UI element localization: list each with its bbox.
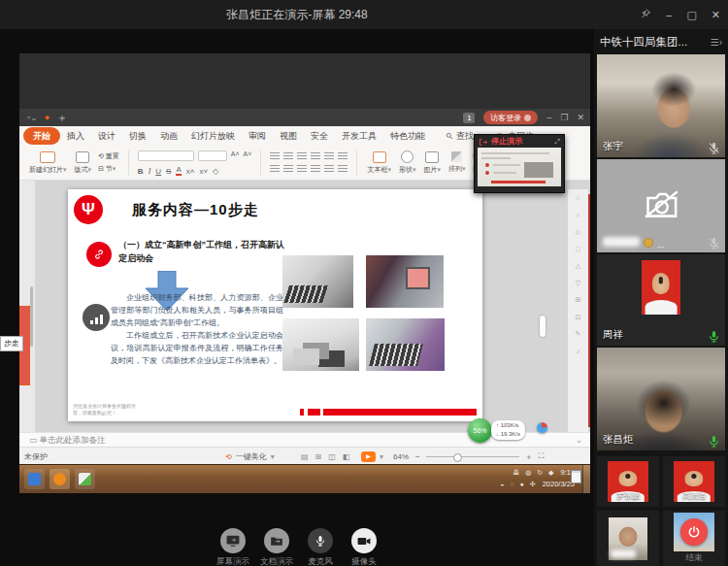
participant-tile[interactable]: 张宇 — [597, 54, 725, 157]
slideshow-play-button[interactable]: ▶ — [361, 451, 376, 462]
bold-button[interactable]: B — [138, 167, 144, 176]
notes-collapse-chevron[interactable]: ⌄ — [576, 433, 582, 448]
new-tab-button[interactable]: ＋ — [56, 111, 67, 125]
notepad-tray-icon[interactable] — [571, 470, 581, 483]
participants-sidebar: 中铁十四局集团... ☰› 张宇 ... — [594, 29, 728, 566]
grow-font-button[interactable]: A˄ — [231, 150, 240, 161]
view-notes-icon[interactable]: ◧ — [343, 452, 350, 461]
view-normal-icon[interactable]: ▤ — [301, 452, 309, 461]
slide-canvas[interactable]: Ψ 服务内容—10步走 （一）成立“高新申创”工作组，召开高新认定启动会 企业组… — [68, 189, 482, 421]
underline-button[interactable]: U — [155, 167, 161, 176]
pin-icon[interactable] — [640, 8, 651, 21]
microphone-button[interactable] — [308, 528, 333, 553]
doc-share-button[interactable] — [264, 528, 289, 553]
camera-button[interactable] — [351, 528, 377, 553]
tab-animation[interactable]: 动画 — [153, 128, 184, 145]
control-label: 屏幕演示 — [209, 556, 257, 566]
system-tray[interactable]: 🖶 ◍ ↻ ◆9:15 ◒ ◌ ● ✣2020/3/25 — [500, 467, 575, 490]
net-monitor-ball[interactable]: 56% — [468, 418, 492, 443]
control-label: 摄像头 — [340, 556, 388, 566]
wps-minimize-button[interactable]: – — [546, 113, 551, 122]
hangup-power-button[interactable] — [680, 518, 708, 546]
net-monitor-logo[interactable] — [537, 422, 547, 433]
wps-right-toolbar[interactable]: ☆○◇□△▽⊞⊡✎♪ — [568, 189, 588, 432]
guest-login-button[interactable]: 访客登录 — [483, 111, 538, 124]
notification-badge[interactable]: 1 — [463, 113, 475, 123]
participant-tile-camera-off[interactable]: ... — [597, 159, 725, 252]
beautify-button[interactable]: 一键美化 — [236, 451, 267, 462]
wps-restore-button[interactable]: ❐ — [560, 113, 568, 122]
taskbar-app-window-icon[interactable] — [24, 469, 45, 489]
share-preview-window[interactable]: 停止演示 ⤢ — [474, 134, 565, 193]
participant-thumb[interactable]: 罗张鹏 — [597, 456, 659, 507]
tab-review[interactable]: 审阅 — [242, 128, 273, 145]
strike-button[interactable]: S — [166, 167, 171, 176]
zoom-slider[interactable] — [426, 456, 519, 457]
camera-off-icon — [641, 188, 681, 223]
stop-share-button[interactable]: 停止演示 — [491, 136, 522, 147]
minimize-button[interactable]: – — [666, 9, 672, 20]
superscript-button[interactable]: x˄ — [186, 167, 195, 176]
taskbar-app-cloud-icon[interactable] — [50, 469, 70, 489]
find-button[interactable]: 查找 — [446, 130, 474, 143]
tab-design[interactable]: 设计 — [91, 128, 122, 145]
zoom-out-button[interactable]: − — [415, 452, 420, 461]
screen-share-button[interactable] — [220, 528, 246, 553]
participant-name: 周祥 — [603, 328, 623, 342]
maximize-button[interactable]: ▢ — [686, 9, 696, 21]
thumbnail-scrollbar[interactable] — [30, 286, 33, 347]
bar-chart-icon — [83, 304, 110, 331]
font-color-button[interactable]: A — [176, 165, 181, 176]
reset-button[interactable]: ⟲ 重置 — [98, 151, 119, 161]
shrink-font-button[interactable]: A˅ — [244, 150, 252, 161]
participant-tile-presenter[interactable]: 张昌炬 — [597, 348, 725, 450]
arrange-button[interactable]: 排列▾ — [448, 151, 466, 174]
taskbar-app-green-icon[interactable] — [75, 469, 95, 489]
company-logo: Ψ — [74, 195, 103, 224]
font-size-select[interactable] — [198, 150, 227, 161]
end-meeting-label: 结束 — [686, 552, 703, 564]
layout-button[interactable]: 版式▾ — [75, 151, 92, 175]
zoom-in-button[interactable]: ＋ — [525, 451, 533, 462]
tab-home[interactable]: 开始 — [23, 127, 60, 145]
wps-tab-icon[interactable]: ▫⌄ — [27, 113, 38, 122]
view-read-icon[interactable]: ◫ — [328, 452, 336, 461]
windows-taskbar: 🖶 ◍ ↻ ◆9:15 ◒ ◌ ● ✣2020/3/25 — [19, 464, 590, 493]
font-family-select[interactable] — [138, 150, 194, 161]
thumbnail-tooltip: 步走 — [0, 336, 23, 351]
participant-thumb[interactable]: 高清浩 — [663, 456, 725, 507]
section-button[interactable]: ⊟ 节▾ — [98, 164, 119, 174]
shape-button[interactable]: 形状▾ — [399, 150, 416, 175]
italic-button[interactable]: I — [149, 167, 151, 176]
zoom-value[interactable]: 64% — [393, 452, 409, 461]
tab-insert[interactable]: 插入 — [60, 128, 91, 145]
expand-preview-icon[interactable]: ⤢ — [554, 138, 560, 146]
slide-photo-woman-laptop — [366, 255, 444, 308]
net-speed-readout: ↑ 103K/s ↓ 19.3K/s — [491, 420, 525, 440]
show-desktop-button[interactable] — [582, 465, 590, 493]
fit-slide-button[interactable]: ⛶ — [539, 451, 545, 461]
wps-close-button[interactable]: ✕ — [577, 113, 584, 122]
document-scrollbar[interactable] — [540, 316, 546, 337]
end-meeting-tile[interactable]: 结束 — [663, 511, 725, 566]
subscript-button[interactable]: x˅ — [199, 167, 208, 176]
participant-tile[interactable]: 周祥 — [597, 254, 725, 346]
close-button[interactable]: ✕ — [711, 9, 720, 21]
picture-button[interactable]: 图片▾ — [423, 151, 441, 175]
tab-security[interactable]: 安全 — [304, 128, 335, 145]
tab-special[interactable]: 特色功能 — [383, 128, 432, 145]
textbox-button[interactable]: 文本框▾ — [367, 151, 391, 175]
view-sorter-icon[interactable]: ⊞ — [315, 452, 322, 461]
new-slide-button[interactable]: 新建幻灯片▾ — [29, 151, 67, 175]
tab-transition[interactable]: 切换 — [122, 128, 153, 145]
tab-slideshow[interactable]: 幻灯片放映 — [184, 128, 242, 145]
doc-tab-dot[interactable]: ● — [45, 113, 50, 122]
tab-view[interactable]: 视图 — [273, 128, 304, 145]
wps-titlebar: ▫⌄ ● ＋ 1 访客登录 – ❐ ✕ — [19, 109, 590, 126]
clear-format-button[interactable]: ◇ — [213, 167, 218, 176]
participant-thumb[interactable] — [597, 511, 659, 566]
protect-status[interactable]: 未保护 — [24, 451, 48, 462]
tab-devtools[interactable]: 开发工具 — [335, 128, 383, 145]
participant-list-toggle-icon[interactable]: ☰› — [711, 37, 722, 48]
mic-on-icon — [708, 329, 720, 342]
